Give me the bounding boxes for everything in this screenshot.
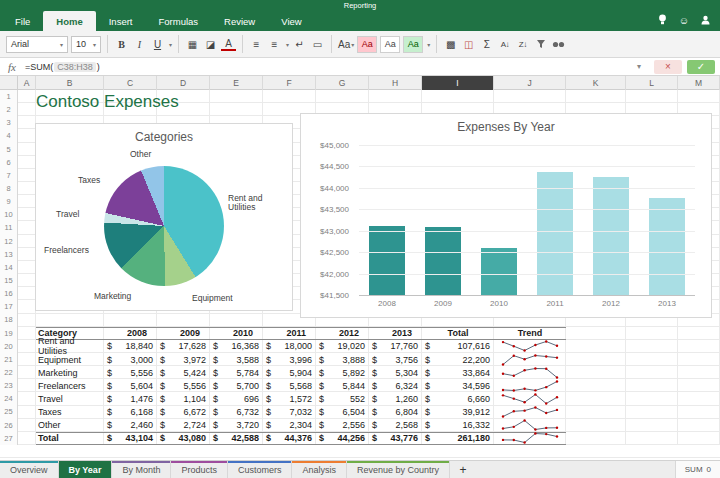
value-cell[interactable]: $5,700 bbox=[210, 379, 263, 392]
underline-button[interactable]: U bbox=[150, 35, 165, 53]
sheet-tab-revenue-by-country[interactable]: Revenue by Country bbox=[347, 461, 450, 478]
row-header-15[interactable]: 15 bbox=[0, 274, 17, 287]
filter-icon[interactable] bbox=[533, 35, 548, 53]
column-header-L[interactable]: L bbox=[626, 76, 678, 90]
value-cell[interactable]: $7,032 bbox=[263, 406, 316, 419]
value-cell[interactable]: $5,844 bbox=[316, 379, 369, 392]
category-cell[interactable]: Total bbox=[36, 433, 104, 444]
column-header-H[interactable]: H bbox=[369, 76, 422, 90]
row-header-17[interactable]: 17 bbox=[0, 300, 17, 313]
column-header-B[interactable]: B bbox=[36, 76, 104, 90]
value-cell[interactable]: $3,756 bbox=[369, 353, 422, 366]
font-size-select[interactable]: 10 ▾ bbox=[71, 36, 101, 53]
value-cell[interactable]: $18,000 bbox=[263, 340, 316, 353]
value-cell[interactable]: $6,168 bbox=[104, 406, 157, 419]
row-header-14[interactable]: 14 bbox=[0, 261, 17, 274]
row-header-18[interactable]: 18 bbox=[0, 313, 17, 326]
row-header-8[interactable]: 8 bbox=[0, 182, 17, 195]
autosum-icon[interactable]: Σ bbox=[479, 35, 494, 53]
total-cell[interactable]: $33,864 bbox=[422, 366, 494, 379]
table-header-2011[interactable]: 2011 bbox=[263, 328, 316, 339]
underline-caret-icon[interactable]: ▾ bbox=[169, 41, 172, 48]
table-header-2009[interactable]: 2009 bbox=[157, 328, 210, 339]
row-header-20[interactable]: 20 bbox=[0, 340, 17, 353]
formula-input[interactable]: =SUM( C38:H38 ) bbox=[25, 62, 100, 72]
value-cell[interactable]: $5,892 bbox=[316, 366, 369, 379]
value-cell[interactable]: $6,804 bbox=[369, 406, 422, 419]
row-header-7[interactable]: 7 bbox=[0, 169, 17, 182]
column-header-A[interactable]: A bbox=[18, 76, 36, 90]
column-header-M[interactable]: M bbox=[678, 76, 720, 90]
font-color-icon[interactable]: A bbox=[221, 37, 236, 51]
table-header-2008[interactable]: 2008 bbox=[104, 328, 157, 339]
table-header-2013[interactable]: 2013 bbox=[369, 328, 422, 339]
sort-ascending-icon[interactable]: A↓ bbox=[497, 35, 512, 53]
cell-styles-button[interactable]: Aa ▾ bbox=[338, 35, 354, 53]
column-header-J[interactable]: J bbox=[494, 76, 566, 90]
value-cell[interactable]: $6,504 bbox=[316, 406, 369, 419]
table-header-2012[interactable]: 2012 bbox=[316, 328, 369, 339]
tell-me-bulb-icon[interactable] bbox=[658, 14, 667, 27]
ribbon-tab-file[interactable]: File bbox=[2, 11, 43, 31]
total-cell[interactable]: $6,660 bbox=[422, 392, 494, 405]
borders-icon[interactable]: ▦ bbox=[185, 35, 200, 53]
share-user-icon[interactable] bbox=[701, 15, 710, 27]
fill-color-icon[interactable]: ◪ bbox=[203, 35, 218, 53]
value-cell[interactable]: $19,020 bbox=[316, 340, 369, 353]
value-cell[interactable]: $1,104 bbox=[157, 392, 210, 405]
ribbon-tab-insert[interactable]: Insert bbox=[96, 11, 146, 31]
value-cell[interactable]: $3,588 bbox=[210, 353, 263, 366]
row-header-19[interactable]: 19 bbox=[0, 327, 17, 340]
sort-descending-icon[interactable]: Z↓ bbox=[515, 35, 530, 53]
row-header-6[interactable]: 6 bbox=[0, 156, 17, 169]
value-cell[interactable]: $17,628 bbox=[157, 340, 210, 353]
value-cell[interactable]: $2,556 bbox=[316, 419, 369, 432]
value-cell[interactable]: $3,996 bbox=[263, 353, 316, 366]
row-header-16[interactable]: 16 bbox=[0, 287, 17, 300]
add-sheet-button[interactable]: + bbox=[450, 461, 476, 478]
row-header-24[interactable]: 24 bbox=[0, 392, 17, 405]
clear-format-icon[interactable]: ◫ bbox=[461, 35, 476, 53]
table-header-2010[interactable]: 2010 bbox=[210, 328, 263, 339]
value-cell[interactable]: $5,556 bbox=[104, 366, 157, 379]
sheet-tab-customers[interactable]: Customers bbox=[228, 461, 293, 478]
value-cell[interactable]: $2,568 bbox=[369, 419, 422, 432]
column-header-I[interactable]: I bbox=[422, 76, 494, 90]
font-name-select[interactable]: Arial ▾ bbox=[6, 36, 68, 53]
total-cell[interactable]: $16,332 bbox=[422, 419, 494, 432]
value-cell[interactable]: $2,304 bbox=[263, 419, 316, 432]
value-cell[interactable]: $3,720 bbox=[210, 419, 263, 432]
category-cell[interactable]: Freelancers bbox=[36, 379, 104, 392]
value-cell[interactable]: $44,256 bbox=[316, 433, 369, 444]
value-cell[interactable]: $5,904 bbox=[263, 366, 316, 379]
row-header-13[interactable]: 13 bbox=[0, 248, 17, 261]
row-header-22[interactable]: 22 bbox=[0, 366, 17, 379]
feedback-smiley-icon[interactable]: ☺ bbox=[679, 16, 689, 26]
style-bad-chip[interactable]: Aa bbox=[357, 36, 377, 53]
pie-chart-panel[interactable]: Categories Rent and UtilitiesEquipmentMa… bbox=[35, 123, 293, 311]
style-normal-chip[interactable]: Aa bbox=[380, 36, 400, 53]
find-icon[interactable] bbox=[551, 35, 566, 53]
value-cell[interactable]: $6,324 bbox=[369, 379, 422, 392]
value-cell[interactable]: $17,760 bbox=[369, 340, 422, 353]
value-cell[interactable]: $3,888 bbox=[316, 353, 369, 366]
bold-button[interactable]: B bbox=[114, 35, 129, 53]
value-cell[interactable]: $5,556 bbox=[157, 379, 210, 392]
row-header-4[interactable]: 4 bbox=[0, 129, 17, 142]
value-cell[interactable]: $16,368 bbox=[210, 340, 263, 353]
value-cell[interactable]: $5,304 bbox=[369, 366, 422, 379]
value-cell[interactable]: $43,104 bbox=[104, 433, 157, 444]
value-cell[interactable]: $5,424 bbox=[157, 366, 210, 379]
value-cell[interactable]: $2,724 bbox=[157, 419, 210, 432]
value-cell[interactable]: $5,784 bbox=[210, 366, 263, 379]
category-cell[interactable]: Rent and Utilities bbox=[36, 340, 104, 353]
value-cell[interactable]: $1,476 bbox=[104, 392, 157, 405]
row-header-12[interactable]: 12 bbox=[0, 235, 17, 248]
bar-chart-panel[interactable]: Expenses By Year $41,500$42,000$42,500$4… bbox=[300, 113, 712, 318]
total-cell[interactable]: $39,912 bbox=[422, 406, 494, 419]
value-cell[interactable]: $2,460 bbox=[104, 419, 157, 432]
value-cell[interactable]: $44,376 bbox=[263, 433, 316, 444]
sheet-tab-by-month[interactable]: By Month bbox=[112, 461, 171, 478]
value-cell[interactable]: $5,604 bbox=[104, 379, 157, 392]
value-cell[interactable]: $696 bbox=[210, 392, 263, 405]
